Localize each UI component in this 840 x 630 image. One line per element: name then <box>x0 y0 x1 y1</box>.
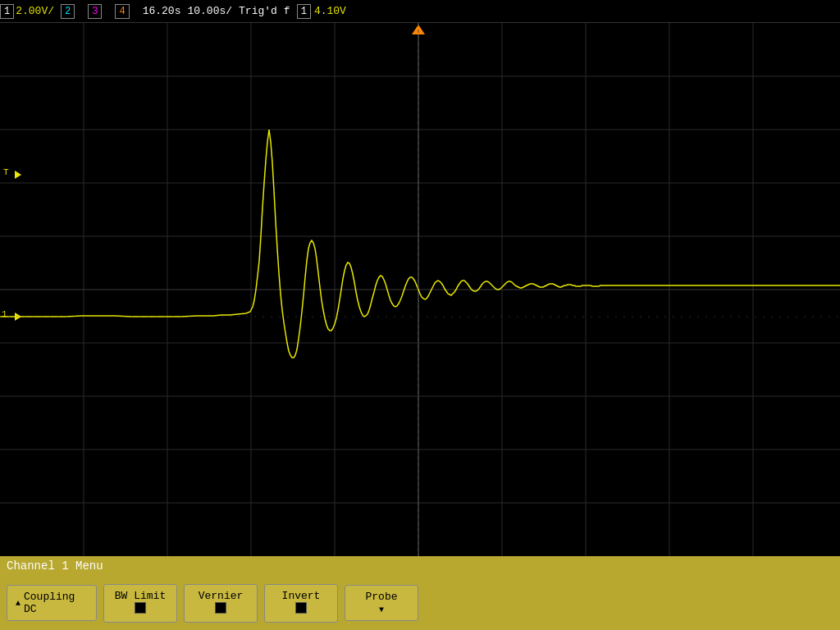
ch1-badge: 1 <box>0 4 14 19</box>
vernier-checkbox <box>215 602 226 614</box>
menu-buttons-row: ▲ Coupling DC BW Limit Vernier Invert Pr <box>0 576 840 630</box>
grid-overlay: T 1 <box>0 23 840 556</box>
oscilloscope-screen: T 1 <box>0 23 840 556</box>
coupling-label: Coupling <box>24 591 75 603</box>
svg-text:1: 1 <box>2 309 7 319</box>
invert-button[interactable]: Invert <box>264 584 338 623</box>
probe-arrow-down: ▼ <box>379 605 384 614</box>
coupling-value: DC <box>24 603 37 615</box>
vernier-label: Vernier <box>199 590 244 602</box>
bw-limit-button[interactable]: BW Limit <box>103 584 177 623</box>
probe-label: Probe <box>365 591 397 603</box>
coupling-text-block: Coupling DC <box>24 591 75 615</box>
header-bar: 1 2.00V/ 2 3 4 16.20s 10.00s/ Trig'd f 1… <box>0 0 840 23</box>
ch3-badge: 3 <box>88 4 102 19</box>
bw-limit-checkbox <box>135 602 146 614</box>
time-position: 16.20s <box>143 5 181 17</box>
ch1-voltage: 2.00V/ <box>16 5 54 17</box>
invert-checkbox <box>295 602 307 614</box>
time-scale: 10.00s/ <box>187 5 232 17</box>
vernier-button[interactable]: Vernier <box>184 584 258 623</box>
coupling-button[interactable]: ▲ Coupling DC <box>7 585 97 621</box>
ch2-badge: 2 <box>61 4 75 19</box>
probe-button[interactable]: Probe ▼ <box>345 585 418 621</box>
trig-status: Trig'd <box>239 5 277 17</box>
ch4-badge: 4 <box>115 4 129 19</box>
invert-label: Invert <box>282 590 321 602</box>
trig-symbol: f <box>284 5 290 17</box>
trig-ch-badge: 1 <box>297 4 311 19</box>
svg-text:T: T <box>3 167 9 177</box>
trig-voltage: 4.10V <box>314 5 346 17</box>
coupling-arrow-up: ▲ <box>16 599 21 608</box>
channel-menu-label: Channel 1 Menu <box>0 556 840 576</box>
menu-bar: Channel 1 Menu ▲ Coupling DC BW Limit Ve… <box>0 556 840 630</box>
bw-limit-label: BW Limit <box>115 590 166 602</box>
